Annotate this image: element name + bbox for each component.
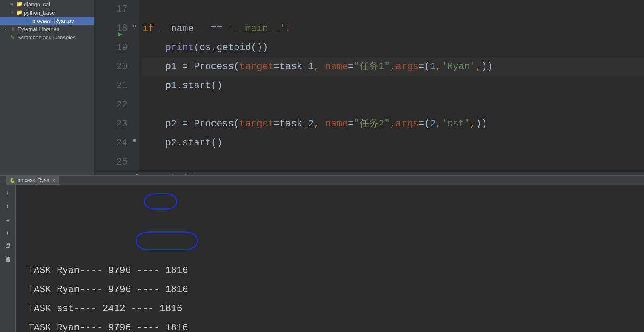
soft-wrap-icon[interactable]: ⇥ [4,216,12,224]
up-icon[interactable]: ↑ [4,189,12,197]
hand-annotation-2 [136,231,198,250]
code-line[interactable] [142,0,644,19]
folder-icon: 📁 [16,9,22,16]
console-line: TASK sst---- 2412 ---- 1816 [28,299,644,318]
tree-item-label: django_sql [24,1,50,7]
hand-annotation-1 [144,193,177,210]
scroll-end-icon[interactable]: ⬇ [4,229,12,237]
line-number[interactable]: 20 [94,57,127,76]
line-number[interactable]: 25 [94,153,127,172]
code-line[interactable]: if __name__ == '__main__': [142,19,644,38]
tree-item-label: process_Ryan.py [32,18,74,24]
code-line[interactable]: p2 = Process(target=task_2, name="任务2",a… [142,114,644,133]
chevron-icon[interactable] [2,34,8,40]
code-line[interactable]: p2.start() [142,133,644,153]
line-number[interactable]: 17 [94,0,127,19]
line-number[interactable]: 19 [94,38,127,57]
tree-item-label: External Libraries [17,26,59,32]
chevron-icon[interactable]: ▾ [9,10,15,15]
folder-icon: 📁 [16,1,22,7]
scratch-icon: ✎ [9,34,16,41]
chevron-icon[interactable] [17,18,23,24]
console-line: TASK Ryan---- 9796 ---- 1816 [28,318,644,332]
line-number[interactable]: 21 [94,76,127,95]
close-icon[interactable]: ✕ [52,178,55,183]
console-output[interactable]: TASK Ryan---- 9796 ---- 1816TASK Ryan---… [16,185,644,332]
line-number[interactable]: 22 [94,95,127,114]
code-line[interactable]: print(os.getpid()) [142,38,644,57]
lib-icon: ⫴ [9,26,16,32]
fold-marker-icon[interactable]: ⊖ [133,23,136,29]
code-line[interactable] [142,95,644,114]
tree-item-scratches-and-consoles[interactable]: ✎Scratches and Consoles [0,33,94,41]
run-panel: : 🐍 process_Ryan ✕ ↑ ↓ ⇥ ⬇ 🖶 🗑 TASK Ryan… [0,175,644,332]
tree-item-process-ryan-py[interactable]: ⬢process_Ryan.py [0,17,94,25]
code-line[interactable]: p1 = Process(target=task_1, name="任务1",a… [142,57,644,76]
console-line: TASK Ryan---- 9796 ---- 1816 [28,280,644,299]
breadcrumb[interactable]: if __name__ == '__main__' [94,172,644,175]
print-icon[interactable]: 🖶 [4,242,12,250]
chevron-icon[interactable]: ▸ [9,1,15,7]
python-icon: 🐍 [10,178,15,183]
down-icon[interactable]: ↓ [4,202,12,211]
fold-column[interactable]: ⊖ ⊟ [132,0,139,172]
tree-item-label: Scratches and Consoles [17,34,76,41]
console-line: TASK Ryan---- 9796 ---- 1816 [28,261,644,280]
tree-item-django-sql[interactable]: ▸📁django_sql [0,0,94,8]
line-number[interactable]: 23 [94,114,127,133]
run-panel-prefix: : [0,177,6,183]
code-line[interactable] [142,153,644,172]
gutter[interactable]: ▶ 171819202122232425 [94,0,132,172]
tree-item-python-base[interactable]: ▾📁python_base [0,8,94,17]
run-tab-label: process_Ryan [17,177,49,183]
py-icon: ⬢ [24,17,31,24]
trash-icon[interactable]: 🗑 [4,255,12,264]
run-toolbar: ↑ ↓ ⇥ ⬇ 🖶 🗑 [0,185,16,332]
tree-item-label: python_base [24,10,55,16]
line-number[interactable]: 24 [94,133,127,153]
chevron-icon[interactable]: ▸ [2,26,8,32]
line-number[interactable]: 18 [94,19,127,38]
code-content[interactable]: if __name__ == '__main__': print(os.getp… [139,0,644,172]
code-line[interactable]: p1.start() [142,76,644,95]
fold-end-icon[interactable]: ⊟ [133,138,136,143]
code-editor[interactable]: ▶ 171819202122232425 ⊖ ⊟ if __name__ == … [94,0,644,175]
run-tab[interactable]: 🐍 process_Ryan ✕ [6,176,59,185]
project-tree[interactable]: ▸📁django_sql▾📁python_base⬢process_Ryan.p… [0,0,94,175]
tree-item-external-libraries[interactable]: ▸⫴External Libraries [0,25,94,33]
